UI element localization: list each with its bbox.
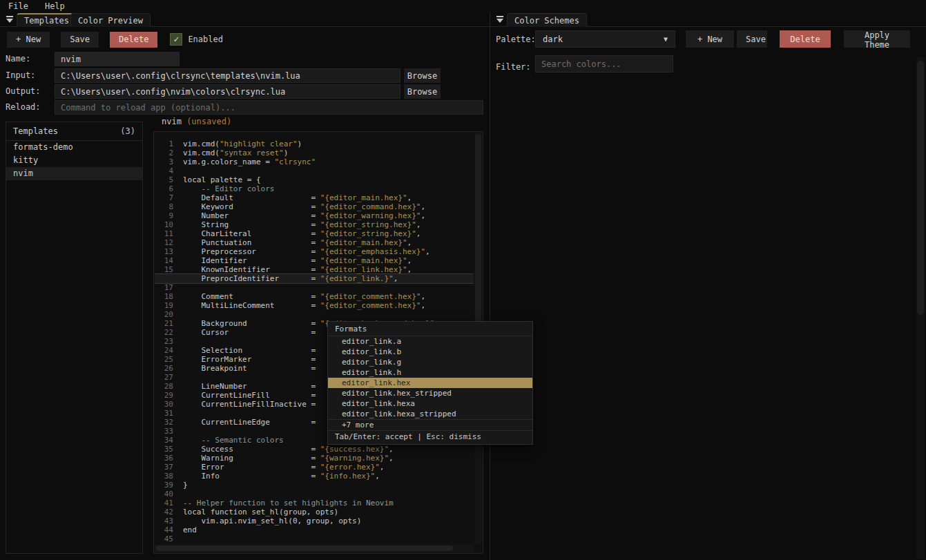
code-line: 35 Success = "{success.hex}",: [155, 445, 474, 454]
templates-panel: + New Save Delete ✓ Enabled Name: Input:…: [0, 27, 490, 560]
color-sections: [490, 82, 926, 560]
reload-label: Reload:: [6, 102, 41, 112]
code-text: -- Editor colors: [183, 184, 274, 193]
code-text: -- Helper function to set highlights in …: [183, 499, 394, 508]
line-number: 42: [155, 508, 173, 516]
popup-more-item[interactable]: +7 more: [328, 419, 532, 430]
editor-vertical-scrollbar-thumb[interactable]: [475, 134, 481, 325]
collapse-panel-icon[interactable]: [6, 16, 14, 23]
line-number: 34: [155, 436, 173, 445]
new-template-button[interactable]: + New: [7, 32, 50, 48]
output-browse-button[interactable]: Browse: [404, 84, 441, 99]
code-line: 17: [155, 283, 474, 292]
color-schemes-scrollbar-thumb[interactable]: [917, 61, 924, 315]
format-autocomplete-popup: Formats editor_link.aeditor_link.beditor…: [327, 321, 533, 445]
popup-item-editor_link.g[interactable]: editor_link.g: [328, 357, 532, 367]
popup-item-editor_link.h[interactable]: editor_link.h: [328, 367, 532, 378]
apply-theme-button[interactable]: Apply Theme: [844, 30, 910, 48]
new-palette-button[interactable]: + New: [686, 30, 734, 48]
line-number: 15: [155, 265, 173, 274]
line-number: 20: [155, 310, 173, 319]
line-number: 32: [155, 418, 173, 427]
popup-item-editor_link.hex_stripped[interactable]: editor_link.hex_stripped: [328, 388, 532, 398]
line-number: 2: [155, 148, 173, 157]
tab-templates[interactable]: Templates: [17, 13, 77, 27]
popup-item-editor_link.hexa_stripped[interactable]: editor_link.hexa_stripped: [328, 409, 532, 419]
line-number: 30: [155, 400, 173, 409]
save-palette-button[interactable]: Save: [737, 30, 767, 48]
editor-horizontal-scrollbar[interactable]: [155, 545, 474, 552]
templates-list-header: Templates (3): [6, 122, 142, 141]
code-line: 40: [155, 490, 474, 499]
tab-color-preview[interactable]: Color Preview: [70, 13, 151, 27]
line-number: 5: [155, 175, 173, 184]
output-path-field[interactable]: [55, 84, 401, 99]
template-list-item-kitty[interactable]: kitty: [6, 154, 142, 167]
menu-file[interactable]: File: [8, 1, 28, 11]
menu-help[interactable]: Help: [45, 1, 65, 11]
tab-color-schemes[interactable]: Color Schemes: [507, 13, 587, 27]
code-line: 20: [155, 310, 474, 319]
editor-file-name: nvim: [162, 117, 186, 126]
line-number: 41: [155, 499, 173, 508]
code-line: 42local function set_hl(group, opts): [155, 508, 474, 516]
code-text: MultiLineComment = "{editor_comment.hex}…: [183, 301, 425, 310]
line-number: [155, 274, 173, 283]
editor-title: nvim (unsaved): [162, 117, 231, 126]
line-number: 22: [155, 328, 173, 337]
line-number: 8: [155, 202, 173, 211]
code-line: 8 Keyword = "{editor_command.hex}",: [155, 202, 474, 211]
popup-item-editor_link.hex[interactable]: editor_link.hex: [328, 378, 532, 388]
name-field[interactable]: [55, 52, 180, 66]
popup-hint-footer: Tab/Enter: accept | Esc: dismiss: [328, 430, 532, 442]
line-number: 4: [155, 166, 173, 175]
popup-item-editor_link.a[interactable]: editor_link.a: [328, 336, 532, 347]
line-number: 37: [155, 463, 173, 472]
code-line: 18 Comment = "{editor_comment.hex}",: [155, 292, 474, 301]
code-text: vim.api.nvim_set_hl(0, group, opts): [183, 516, 361, 525]
line-number: 46: [155, 543, 173, 544]
delete-palette-button[interactable]: Delete: [780, 30, 831, 48]
code-line: 14 Identifier = "{editor_main.hex}",: [155, 256, 474, 265]
input-path-field[interactable]: [55, 68, 401, 83]
line-number: 31: [155, 409, 173, 418]
editor-horizontal-scrollbar-thumb[interactable]: [156, 545, 453, 551]
code-text: Number = "{editor_warning.hex}",: [183, 211, 425, 220]
code-line: 7 Default = "{editor_main.hex}",: [155, 193, 474, 202]
palette-dropdown[interactable]: dark ▼: [535, 30, 675, 48]
line-number: 6: [155, 184, 173, 193]
code-text: vim.cmd("syntax reset"): [183, 148, 288, 157]
popup-item-editor_link.hexa[interactable]: editor_link.hexa: [328, 398, 532, 409]
code-text: Success = "{success.hex}",: [183, 445, 394, 454]
tab-color-schemes-label: Color Schemes: [514, 16, 579, 26]
line-number: 33: [155, 427, 173, 436]
enabled-checkbox[interactable]: ✓: [170, 33, 182, 46]
code-line: 39}: [155, 481, 474, 490]
line-number: 23: [155, 337, 173, 346]
code-line: 37 Error = "{error.hex}",: [155, 463, 474, 472]
line-number: 11: [155, 229, 173, 238]
code-text: CurrentLineFillInactive =: [183, 400, 320, 409]
color-filter-input[interactable]: [535, 55, 673, 73]
code-text: Info = "{info.hex}",: [183, 472, 380, 481]
template-list-item-nvim[interactable]: nvim: [6, 167, 142, 180]
line-number: 18: [155, 292, 173, 301]
popup-item-editor_link.b[interactable]: editor_link.b: [328, 347, 532, 357]
templates-toolbar: + New Save Delete ✓ Enabled: [7, 31, 223, 48]
collapse-right-panel-icon[interactable]: [496, 16, 504, 23]
code-text: vim.g.colors_name = "clrsync": [183, 157, 316, 166]
template-list-item-formats-demo[interactable]: formats-demo: [6, 141, 142, 154]
code-line-current: PreprocIdentifier = "{editor_link.}",: [155, 274, 474, 283]
line-number: 27: [155, 373, 173, 382]
input-browse-button[interactable]: Browse: [404, 68, 441, 83]
line-number: 7: [155, 193, 173, 202]
delete-template-button[interactable]: Delete: [110, 32, 157, 48]
palette-selected-value: dark: [543, 35, 563, 44]
reload-command-field[interactable]: [55, 100, 483, 115]
color-schemes-scrollbar[interactable]: [916, 57, 925, 559]
line-number: 28: [155, 382, 173, 391]
save-template-button[interactable]: Save: [61, 32, 99, 48]
code-text: Preprocessor = "{editor_emphasis.hex}",: [183, 247, 430, 256]
dropdown-caret-icon: ▼: [664, 35, 668, 43]
tab-bar: Templates Color Preview Color Schemes: [0, 12, 926, 27]
